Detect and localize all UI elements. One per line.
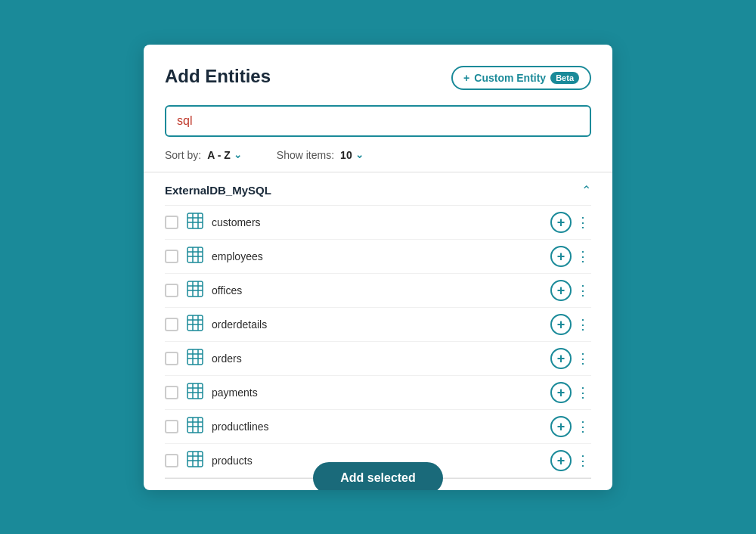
- group-name-mysql: ExternalDB_MySQL: [165, 184, 271, 197]
- filter-row: Sort by: A - Z ⌄ Show items: 10 ⌄: [165, 149, 591, 161]
- add-selected-container: Add selected: [165, 478, 591, 490]
- table-icon: [186, 416, 204, 437]
- svg-rect-10: [187, 281, 203, 296]
- modal-header: Add Entities + Custom Entity Beta: [165, 66, 591, 90]
- table-icon: [186, 348, 204, 369]
- entity-checkbox[interactable]: [165, 284, 178, 297]
- entity-checkbox[interactable]: [165, 216, 178, 229]
- svg-rect-0: [187, 213, 203, 228]
- more-options-button[interactable]: ⋮: [575, 384, 591, 401]
- table-icon: [186, 246, 204, 267]
- entity-checkbox[interactable]: [165, 352, 178, 365]
- entity-name: productlines: [212, 421, 543, 433]
- table-row: orders + ⋮: [165, 342, 591, 376]
- entity-name: payments: [212, 387, 543, 399]
- add-entity-button[interactable]: +: [550, 416, 572, 437]
- entity-name: orders: [212, 352, 543, 365]
- svg-rect-15: [187, 315, 203, 331]
- custom-entity-label: Custom Entity: [474, 72, 546, 84]
- entity-list: ExternalDB_MySQL ⌃ customers + ⋮: [165, 172, 591, 490]
- custom-entity-button[interactable]: + Custom Entity Beta: [451, 66, 591, 90]
- entity-name: employees: [212, 250, 543, 262]
- table-icon: [186, 314, 204, 335]
- show-items-value: 10: [340, 149, 352, 161]
- collapse-mysql-button[interactable]: ⌃: [581, 183, 591, 197]
- table-icon: [186, 280, 204, 301]
- entity-checkbox[interactable]: [165, 420, 178, 433]
- entity-actions: + ⋮: [550, 348, 591, 369]
- svg-rect-30: [187, 418, 203, 433]
- svg-rect-35: [187, 452, 203, 467]
- add-entity-button[interactable]: +: [550, 348, 572, 369]
- more-options-button[interactable]: ⋮: [575, 282, 591, 299]
- entity-name: customers: [212, 216, 543, 228]
- table-row: customers + ⋮: [165, 206, 591, 240]
- table-icon: [186, 212, 204, 233]
- sort-select[interactable]: A - Z ⌄: [207, 149, 242, 161]
- beta-badge: Beta: [550, 72, 579, 84]
- svg-rect-5: [187, 247, 203, 262]
- more-options-button[interactable]: ⋮: [575, 316, 591, 333]
- table-row: productlines + ⋮: [165, 410, 591, 444]
- entity-actions: + ⋮: [550, 416, 591, 437]
- entity-checkbox[interactable]: [165, 250, 178, 263]
- entity-checkbox[interactable]: [165, 386, 178, 399]
- entity-actions: + ⋮: [550, 280, 591, 301]
- show-items-label: Show items:: [277, 149, 334, 161]
- sort-chevron-icon: ⌄: [234, 149, 242, 160]
- svg-rect-25: [187, 383, 203, 399]
- plus-icon: +: [463, 72, 469, 84]
- sort-label: Sort by:: [165, 149, 201, 161]
- add-entities-modal: Add Entities + Custom Entity Beta Sort b…: [144, 45, 612, 490]
- entity-items-container: customers + ⋮ employees + ⋮: [165, 206, 591, 478]
- more-options-button[interactable]: ⋮: [575, 248, 591, 265]
- group-header-mysql: ExternalDB_MySQL ⌃: [165, 172, 591, 206]
- table-row: payments + ⋮: [165, 376, 591, 410]
- search-input[interactable]: [165, 105, 591, 137]
- sort-value: A - Z: [207, 149, 231, 161]
- bottom-area: Add selected ExternalDB_SOLServer ⌃: [165, 478, 591, 490]
- entity-checkbox[interactable]: [165, 454, 178, 467]
- show-items-select[interactable]: 10 ⌄: [340, 149, 364, 161]
- entity-actions: + ⋮: [550, 382, 591, 403]
- table-row: orderdetails + ⋮: [165, 308, 591, 342]
- entity-name: offices: [212, 284, 543, 296]
- add-entity-button[interactable]: +: [550, 246, 572, 267]
- table-icon: [186, 382, 204, 403]
- entity-name: orderdetails: [212, 318, 543, 331]
- entity-actions: + ⋮: [550, 212, 591, 233]
- add-entity-button[interactable]: +: [550, 382, 572, 403]
- entity-actions: + ⋮: [550, 314, 591, 335]
- modal-title: Add Entities: [165, 66, 271, 87]
- table-icon: [186, 450, 204, 471]
- add-entity-button[interactable]: +: [550, 450, 572, 471]
- more-options-button[interactable]: ⋮: [575, 452, 591, 469]
- more-options-button[interactable]: ⋮: [575, 214, 591, 231]
- entity-actions: + ⋮: [550, 450, 591, 471]
- table-row: employees + ⋮: [165, 240, 591, 274]
- svg-rect-20: [187, 349, 203, 365]
- table-row: offices + ⋮: [165, 274, 591, 308]
- add-entity-button[interactable]: +: [550, 314, 572, 335]
- entity-checkbox[interactable]: [165, 318, 178, 331]
- entity-actions: + ⋮: [550, 246, 591, 267]
- add-entity-button[interactable]: +: [550, 212, 572, 233]
- more-options-button[interactable]: ⋮: [575, 418, 591, 435]
- more-options-button[interactable]: ⋮: [575, 350, 591, 367]
- add-selected-button[interactable]: Add selected: [313, 462, 443, 490]
- add-entity-button[interactable]: +: [550, 280, 572, 301]
- show-items-chevron-icon: ⌄: [355, 149, 364, 160]
